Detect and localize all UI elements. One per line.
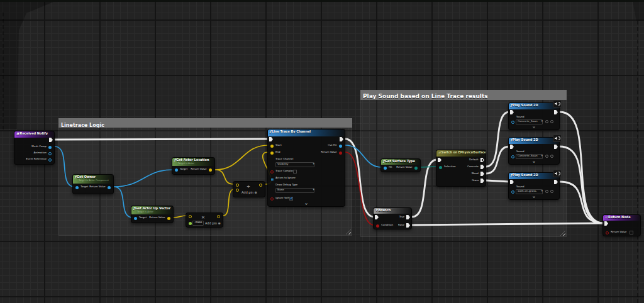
pin-return-value[interactable] bbox=[209, 168, 212, 172]
pin-actors-to-ignore[interactable] bbox=[270, 177, 274, 181]
checkbox-checked[interactable] bbox=[289, 197, 293, 201]
collapse-chevron-icon[interactable]: ∨ bbox=[304, 202, 308, 206]
pin-exec[interactable] bbox=[510, 110, 514, 114]
node-return-node[interactable]: ↩Return NodeReturn Value bbox=[602, 214, 641, 236]
pin-mesh-comp[interactable] bbox=[48, 146, 52, 149]
node-switch-on-ephysicalsurface[interactable]: ⇄Switch on EPhysicalSurfaceSelectionDefa… bbox=[436, 150, 486, 187]
wire-ex[interactable] bbox=[560, 112, 604, 223]
wire-gd[interactable] bbox=[174, 216, 187, 218]
blueprint-graph-canvas[interactable]: Linetrace LogicPlay Sound based on Line … bbox=[0, 0, 644, 303]
pin-return-value[interactable] bbox=[167, 217, 170, 220]
pin[interactable] bbox=[236, 184, 239, 187]
pin-return-value[interactable] bbox=[606, 231, 609, 234]
dropdown-concrete-soun[interactable]: Concrete_Soun▾ bbox=[516, 154, 543, 159]
pin-exec[interactable] bbox=[438, 158, 441, 162]
node-get-surface-type[interactable]: ƒGet Surface TypeHitReturn Value bbox=[380, 158, 421, 172]
pin-exec[interactable] bbox=[49, 138, 53, 142]
add-pin-button[interactable]: Add pin ⊕ bbox=[242, 191, 257, 194]
node-play-sound-2d-3[interactable]: ƒPlay Sound 2DSoundwalk-on-grass-▾∨ bbox=[508, 172, 560, 200]
node-add[interactable]: +Add pin ⊕ bbox=[233, 181, 265, 197]
pin[interactable] bbox=[511, 121, 514, 124]
wire-ex[interactable] bbox=[345, 139, 374, 217]
wire-gd[interactable] bbox=[215, 145, 269, 170]
pin-return-value[interactable] bbox=[108, 186, 111, 189]
wire-bl[interactable] bbox=[114, 170, 174, 187]
pin[interactable] bbox=[189, 222, 192, 225]
node-get-actor-up-vector[interactable]: ƒGet Actor Up VectorTarget is ActorTarge… bbox=[131, 206, 174, 223]
node-get-owner[interactable]: ƒGet OwnerTarget is Actor ComponentTarge… bbox=[72, 174, 114, 194]
asset-picker-icon[interactable] bbox=[545, 155, 548, 158]
pin-exec[interactable] bbox=[510, 145, 514, 149]
pin-ignore-self[interactable] bbox=[270, 197, 274, 201]
node-play-sound-2d-2[interactable]: ƒPlay Sound 2DSoundConcrete_Soun▾∨ bbox=[508, 137, 560, 165]
pin-target[interactable] bbox=[134, 217, 137, 220]
pin[interactable] bbox=[259, 184, 262, 187]
asset-picker-icon[interactable] bbox=[550, 155, 553, 158]
wire-bl[interactable] bbox=[345, 145, 382, 167]
node-play-sound-2d-1[interactable]: ƒPlay Sound 2DSoundConcrete_Soun▾∨ bbox=[508, 102, 560, 130]
asset-picker-icon[interactable] bbox=[550, 120, 553, 123]
pin-exec-false[interactable] bbox=[406, 223, 410, 228]
asset-picker-icon[interactable] bbox=[545, 190, 548, 193]
dropdown-visibility[interactable]: Visibility▾ bbox=[275, 162, 314, 167]
pin-start[interactable] bbox=[270, 145, 274, 148]
pin-exec[interactable] bbox=[269, 137, 273, 141]
pin-exec[interactable] bbox=[375, 215, 379, 219]
pin-exec-grass[interactable] bbox=[480, 179, 484, 183]
pin[interactable] bbox=[217, 215, 220, 218]
checkbox[interactable] bbox=[630, 231, 633, 234]
add-pin-button[interactable]: Add pin ⊕ bbox=[205, 222, 221, 225]
pin-label: Out Hit bbox=[328, 144, 337, 146]
checkbox[interactable] bbox=[293, 170, 297, 174]
wire-ex[interactable] bbox=[412, 223, 604, 225]
collapse-chevron-icon[interactable]: ∨ bbox=[532, 196, 535, 199]
pin-event-reference[interactable] bbox=[48, 158, 52, 162]
asset-picker-icon[interactable] bbox=[550, 190, 553, 193]
wire-gd[interactable] bbox=[215, 170, 234, 184]
wire-tl[interactable] bbox=[421, 167, 437, 167]
wire-ex[interactable] bbox=[486, 146, 509, 174]
node-branch[interactable]: YBranchConditionTrueFalse bbox=[373, 207, 412, 229]
asset-picker-icon[interactable] bbox=[545, 120, 548, 123]
pin[interactable] bbox=[511, 190, 514, 194]
wire-bl[interactable] bbox=[114, 187, 133, 218]
dropdown-none[interactable]: None▾ bbox=[275, 188, 314, 193]
pin-out-hit[interactable] bbox=[339, 145, 342, 148]
pin-hit[interactable] bbox=[384, 167, 387, 170]
node-received-notify[interactable]: ▣Received NotifyMesh CompAnimationEvent … bbox=[14, 131, 55, 165]
dropdown-concrete-soun[interactable]: Concrete_Soun▾ bbox=[516, 119, 543, 124]
pin-exec[interactable] bbox=[554, 110, 558, 114]
pin[interactable] bbox=[511, 155, 514, 158]
wire-ex[interactable] bbox=[486, 180, 509, 182]
field-label: Sound bbox=[516, 116, 525, 118]
dropdown-walk-on-grass[interactable]: walk-on-grass-▾ bbox=[516, 189, 543, 194]
node-line-trace-by-channel[interactable]: ƒLine Trace By ChannelStartOut HitEndRet… bbox=[267, 129, 345, 207]
collapse-chevron-icon[interactable]: ∨ bbox=[532, 160, 535, 163]
pin-target[interactable] bbox=[175, 168, 178, 172]
pin-exec-true[interactable] bbox=[406, 215, 410, 219]
pin-condition[interactable] bbox=[376, 224, 379, 228]
pin-selection[interactable] bbox=[439, 166, 442, 169]
pin-animation[interactable] bbox=[48, 152, 52, 155]
pin[interactable] bbox=[236, 189, 239, 192]
pin-exec[interactable] bbox=[340, 137, 343, 141]
pin-exec-concrete[interactable] bbox=[480, 165, 484, 169]
pin-trace-complex[interactable] bbox=[270, 170, 274, 174]
pin-return-value[interactable] bbox=[414, 167, 418, 170]
pin-target[interactable] bbox=[75, 186, 79, 189]
pin-exec-wood[interactable] bbox=[480, 172, 484, 176]
pin[interactable] bbox=[189, 215, 192, 218]
wire-bl[interactable] bbox=[55, 146, 74, 187]
value-field[interactable]: -2000 bbox=[192, 221, 204, 226]
wire-ex[interactable] bbox=[55, 139, 269, 140]
pin-return-value[interactable] bbox=[339, 152, 342, 155]
pin-exec[interactable] bbox=[510, 180, 514, 184]
pin-exec[interactable] bbox=[554, 145, 558, 149]
pin-exec[interactable] bbox=[604, 221, 608, 226]
pin-exec-default[interactable] bbox=[480, 158, 484, 162]
pin-end[interactable] bbox=[270, 152, 274, 155]
node-multiply[interactable]: ×-2000Add pin ⊕ bbox=[186, 212, 223, 228]
pin-exec[interactable] bbox=[554, 180, 558, 184]
collapse-chevron-icon[interactable]: ∨ bbox=[532, 126, 535, 129]
node-get-actor-location[interactable]: ƒGet Actor LocationTarget is ActorTarget… bbox=[172, 157, 215, 175]
